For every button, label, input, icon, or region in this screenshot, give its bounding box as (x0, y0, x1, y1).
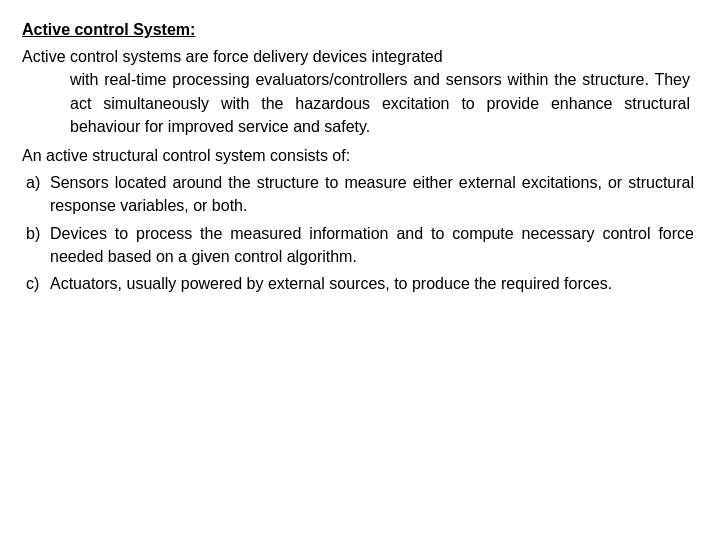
list-label-a: a) (22, 171, 50, 217)
indented-paragraph: with real-time processing evaluators/con… (22, 68, 698, 138)
list-content-b: Devices to process the measured informat… (50, 222, 698, 268)
list-item-b: b) Devices to process the measured infor… (22, 222, 698, 268)
list-item-a: a) Sensors located around the structure … (22, 171, 698, 217)
intro-line: Active control systems are force deliver… (22, 45, 698, 68)
list-label-c: c) (22, 272, 50, 295)
list-item-c: c) Actuators, usually powered by externa… (22, 272, 698, 295)
list-content-a: Sensors located around the structure to … (50, 171, 698, 217)
active-line: An active structural control system cons… (22, 144, 698, 167)
list-label-b: b) (22, 222, 50, 268)
page-title: Active control System: (22, 18, 698, 41)
page-content: Active control System: Active control sy… (22, 18, 698, 295)
list-content-c: Actuators, usually powered by external s… (50, 272, 698, 295)
